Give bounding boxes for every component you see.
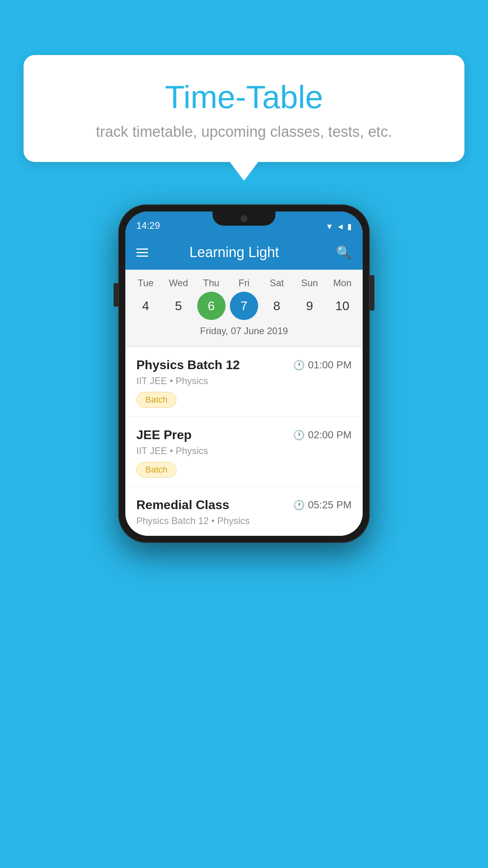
schedule-item-1-name: Physics Batch 12 <box>136 358 240 372</box>
day-num-8[interactable]: 8 <box>262 292 291 320</box>
day-num-10[interactable]: 10 <box>328 292 356 320</box>
wifi-icon: ▼ <box>325 222 333 231</box>
schedule-item-1-sub: IIT JEE • Physics <box>136 375 352 386</box>
day-num-9[interactable]: 9 <box>295 292 324 320</box>
day-label-sun: Sun <box>295 278 324 289</box>
schedule-item-2-sub: IIT JEE • Physics <box>136 445 352 456</box>
schedule-item-3-time: 🕐 05:25 PM <box>293 499 352 511</box>
camera-dot <box>241 215 247 222</box>
schedule-item-1-header: Physics Batch 12 🕐 01:00 PM <box>136 358 352 372</box>
search-icon[interactable]: 🔍 <box>336 245 352 260</box>
calendar-strip: Tue Wed Thu Fri Sat Sun Mon 4 5 6 7 8 9 … <box>125 270 363 346</box>
app-header: Learning Light 🔍 <box>125 235 363 270</box>
speech-bubble-subtitle: track timetable, upcoming classes, tests… <box>55 123 433 140</box>
clock-icon-3: 🕐 <box>293 500 305 511</box>
schedule-item-3-name: Remedial Class <box>136 498 229 512</box>
schedule-item-2[interactable]: JEE Prep 🕐 02:00 PM IIT JEE • Physics Ba… <box>125 417 363 487</box>
day-label-sat: Sat <box>262 278 291 289</box>
speech-bubble-title: Time-Table <box>55 79 433 116</box>
schedule-item-1-time: 🕐 01:00 PM <box>293 359 352 371</box>
schedule-item-2-header: JEE Prep 🕐 02:00 PM <box>136 428 352 442</box>
clock-icon-1: 🕐 <box>293 360 305 371</box>
day-labels: Tue Wed Thu Fri Sat Sun Mon <box>125 278 363 289</box>
speech-bubble-container: Time-Table track timetable, upcoming cla… <box>24 55 464 181</box>
clock-icon-2: 🕐 <box>293 430 305 441</box>
phone-notch <box>213 211 275 226</box>
day-label-tue: Tue <box>132 278 160 289</box>
schedule-item-2-name: JEE Prep <box>136 428 192 442</box>
selected-date-label: Friday, 07 June 2019 <box>125 324 363 342</box>
status-icons: ▼ ◄ ▮ <box>325 222 352 231</box>
schedule-item-1-time-text: 01:00 PM <box>308 359 352 371</box>
day-label-wed: Wed <box>164 278 193 289</box>
day-numbers: 4 5 6 7 8 9 10 <box>125 292 363 320</box>
schedule-item-3-header: Remedial Class 🕐 05:25 PM <box>136 498 352 512</box>
phone-mockup: 14:29 ▼ ◄ ▮ Learning Light 🔍 <box>118 204 370 543</box>
schedule-item-3-time-text: 05:25 PM <box>308 499 352 511</box>
day-label-mon: Mon <box>328 278 356 289</box>
batch-tag-2: Batch <box>136 462 176 478</box>
signal-icon: ◄ <box>336 222 344 231</box>
day-num-6[interactable]: 6 <box>197 292 226 320</box>
schedule-item-2-time-text: 02:00 PM <box>308 429 352 441</box>
battery-icon: ▮ <box>347 222 352 231</box>
batch-tag-1: Batch <box>136 392 176 408</box>
speech-bubble: Time-Table track timetable, upcoming cla… <box>24 55 464 162</box>
phone-screen: 14:29 ▼ ◄ ▮ Learning Light 🔍 <box>125 211 363 536</box>
status-time: 14:29 <box>136 220 160 231</box>
day-num-4[interactable]: 4 <box>132 292 160 320</box>
day-num-5[interactable]: 5 <box>164 292 193 320</box>
day-num-7[interactable]: 7 <box>230 292 258 320</box>
speech-bubble-tail <box>230 162 258 181</box>
phone-outer: 14:29 ▼ ◄ ▮ Learning Light 🔍 <box>118 204 370 543</box>
day-label-fri: Fri <box>230 278 258 289</box>
schedule-item-3-sub: Physics Batch 12 • Physics <box>136 515 352 526</box>
schedule-item-2-time: 🕐 02:00 PM <box>293 429 352 441</box>
schedule-item-1[interactable]: Physics Batch 12 🕐 01:00 PM IIT JEE • Ph… <box>125 347 363 417</box>
app-title: Learning Light <box>132 244 336 261</box>
schedule-item-3[interactable]: Remedial Class 🕐 05:25 PM Physics Batch … <box>125 487 363 536</box>
day-label-thu: Thu <box>197 278 226 289</box>
